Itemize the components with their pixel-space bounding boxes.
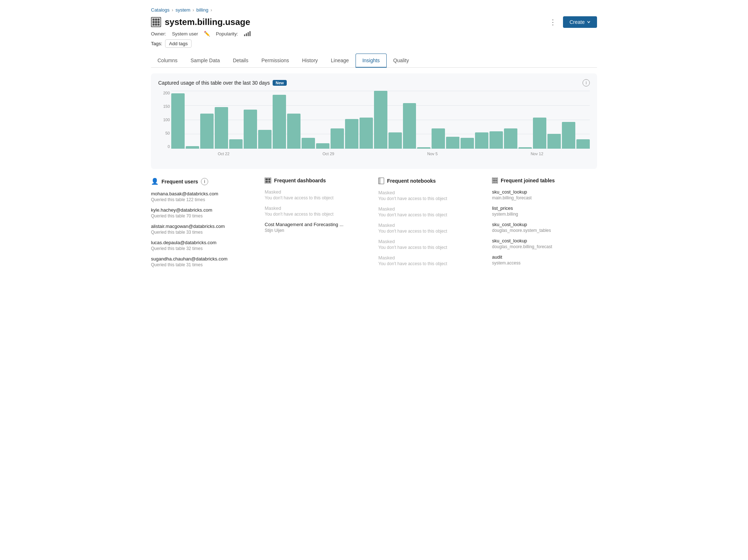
breadcrumb: Catalogs › system › billing › — [151, 7, 597, 13]
chart-bar — [518, 147, 532, 149]
x-label-nov5: Nov 5 — [427, 152, 438, 156]
list-item: Masked You don't have access to this obj… — [265, 189, 370, 200]
frequent-notebooks-list: Masked You don't have access to this obj… — [378, 190, 483, 266]
content-area: Captured usage of this table over the la… — [151, 68, 597, 272]
frequent-joined-tables-title: Frequent joined tables — [492, 178, 597, 183]
tab-sample-data[interactable]: Sample Data — [184, 54, 226, 68]
chart-bar — [388, 132, 402, 149]
y-label-200: 200 — [158, 91, 170, 95]
tags-label: Tags: — [151, 41, 162, 46]
breadcrumb-catalogs[interactable]: Catalogs — [151, 7, 169, 13]
owner-label: Owner: — [151, 31, 166, 37]
frequent-dashboards-list: Masked You don't have access to this obj… — [265, 189, 370, 233]
person-icon: 👤 — [151, 178, 159, 185]
chart-bar — [403, 103, 416, 149]
chart-bar — [547, 134, 561, 149]
new-badge: New — [273, 80, 287, 86]
chart-bar — [461, 138, 474, 149]
list-item: mohana.basak@databricks.com Queried this… — [151, 191, 256, 202]
chart-bar — [186, 146, 199, 149]
list-item: Masked You don't have access to this obj… — [378, 222, 483, 234]
page-title: system.billing.usage — [165, 17, 250, 27]
list-item: sugandha.chauhan@databricks.com Queried … — [151, 256, 256, 267]
frequent-dashboards-title: Frequent dashboards — [265, 178, 370, 183]
sections-grid: 👤 Frequent users i mohana.basak@databric… — [151, 178, 597, 272]
chart-bar — [360, 118, 373, 149]
y-label-100: 100 — [158, 118, 170, 122]
list-item: sku_cost_lookup douglas_moore.system_tab… — [492, 222, 597, 233]
chart-bar — [417, 147, 430, 149]
chart-bar — [316, 143, 329, 149]
popularity-label: Popularity: — [216, 31, 238, 37]
tab-history[interactable]: History — [295, 54, 324, 68]
list-item: audit system.access — [492, 254, 597, 266]
list-item: alistair.macgowan@databricks.com Queried… — [151, 224, 256, 235]
frequent-joined-tables-section: Frequent joined tables sku_cost_lookup m… — [492, 178, 597, 272]
tabs-bar: Columns Sample Data Details Permissions … — [151, 54, 597, 68]
chart-bar — [489, 131, 503, 149]
dashboard-icon — [265, 178, 271, 183]
tab-columns[interactable]: Columns — [151, 54, 184, 68]
tab-insights[interactable]: Insights — [356, 54, 387, 68]
list-item: Masked You don't have access to this obj… — [378, 190, 483, 201]
add-tags-button[interactable]: Add tags — [165, 39, 192, 48]
usage-title-text: Captured usage of this table over the la… — [158, 80, 270, 86]
frequent-joined-tables-list: sku_cost_lookup main.billing_forecast li… — [492, 189, 597, 266]
title-group: system.billing.usage — [151, 17, 250, 27]
chart-bar — [244, 110, 257, 149]
list-item: Masked You don't have access to this obj… — [265, 205, 370, 217]
info-icon[interactable]: i — [583, 79, 590, 86]
usage-header: Captured usage of this table over the la… — [158, 79, 590, 86]
chart-bar — [302, 138, 315, 149]
chart-bar — [432, 128, 445, 149]
tab-lineage[interactable]: Lineage — [324, 54, 356, 68]
y-label-50: 50 — [158, 131, 170, 135]
joined-table-icon — [492, 178, 498, 183]
chart-bar — [374, 91, 387, 149]
edit-icon[interactable]: ✏️ — [204, 31, 210, 37]
x-label-oct29: Oct 29 — [323, 152, 334, 156]
more-button[interactable]: ⋮ — [546, 16, 559, 28]
frequent-dashboards-section: Frequent dashboards Masked You don't hav… — [265, 178, 370, 272]
list-item: Masked You don't have access to this obj… — [378, 239, 483, 250]
chart-bar — [171, 93, 185, 149]
chart-bar — [562, 122, 575, 149]
header-actions: ⋮ Create — [546, 16, 597, 28]
list-item: sku_cost_lookup douglas_moore.billing_fo… — [492, 238, 597, 249]
frequent-users-title: 👤 Frequent users i — [151, 178, 256, 185]
chart-bar — [533, 118, 546, 149]
notebook-icon — [378, 178, 384, 184]
chart-bar — [504, 128, 517, 149]
chart-bar — [215, 107, 228, 149]
frequent-notebooks-title: Frequent notebooks — [378, 178, 483, 184]
popularity-bars — [244, 31, 251, 36]
breadcrumb-system[interactable]: system — [176, 7, 190, 13]
chart-bar — [331, 128, 344, 149]
tab-quality[interactable]: Quality — [387, 54, 416, 68]
tags-row: Tags: Add tags — [151, 39, 597, 48]
chart-bar — [273, 95, 286, 149]
chart-bar — [475, 132, 488, 149]
create-button[interactable]: Create — [563, 16, 597, 28]
list-item: Masked You don't have access to this obj… — [378, 206, 483, 217]
tab-details[interactable]: Details — [226, 54, 255, 68]
tab-permissions[interactable]: Permissions — [255, 54, 295, 68]
frequent-users-section: 👤 Frequent users i mohana.basak@databric… — [151, 178, 256, 272]
breadcrumb-billing[interactable]: billing — [196, 7, 208, 13]
x-label-oct22: Oct 22 — [218, 152, 229, 156]
frequent-users-info-icon[interactable]: i — [201, 178, 208, 185]
chart-area: 200 150 100 50 0 — [158, 91, 590, 163]
meta-row: Owner: System user ✏️ Popularity: — [151, 31, 597, 37]
chart-bar — [576, 139, 590, 149]
y-label-150: 150 — [158, 104, 170, 109]
list-item: lucas.depaula@databricks.com Queried thi… — [151, 240, 256, 251]
usage-title: Captured usage of this table over the la… — [158, 80, 287, 86]
chart-bar — [287, 114, 301, 149]
frequent-notebooks-section: Frequent notebooks Masked You don't have… — [378, 178, 483, 272]
chart-bar — [345, 119, 358, 149]
list-item: Cost Management and Forecasting ... Stij… — [265, 222, 370, 233]
owner-value: System user — [172, 31, 198, 37]
table-icon — [151, 17, 161, 27]
page-header: system.billing.usage ⋮ Create — [151, 16, 597, 28]
chart-bar — [229, 139, 243, 149]
